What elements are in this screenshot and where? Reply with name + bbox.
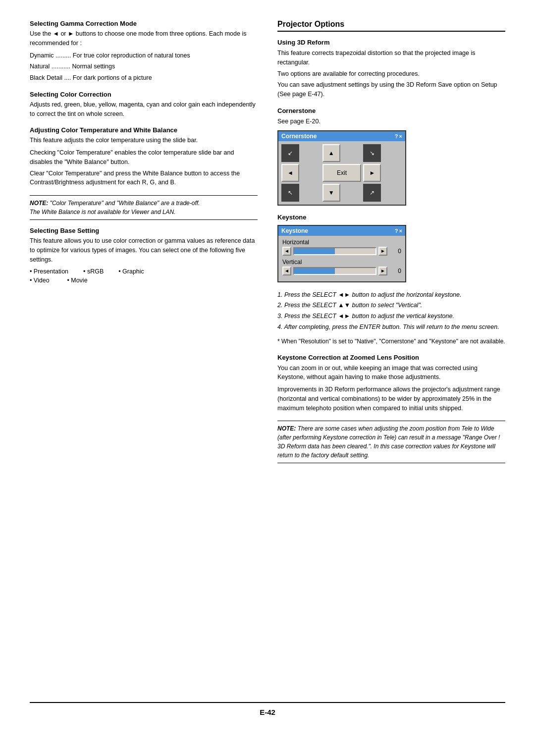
cornerstone-right-btn[interactable]: ►: [363, 164, 381, 182]
color-correction-p1: Adjusts red, green, blue, yellow, magent…: [30, 100, 258, 119]
cornerstone-close-icon[interactable]: ×: [399, 133, 402, 139]
note1-text: NOTE: "Color Temperature" and "White Bal…: [30, 199, 258, 216]
base-setting-heading: Selecting Base Setting: [30, 227, 258, 234]
keystone-horizontal-track[interactable]: [293, 247, 376, 255]
note1-bold: NOTE:: [30, 200, 48, 207]
keystone-help-icon[interactable]: ?: [395, 228, 398, 234]
note3-content: There are some cases when adjusting the …: [277, 425, 500, 459]
base-setting-p1: This feature allows you to use color cor…: [30, 236, 258, 264]
cornerstone-top-btn[interactable]: ▲: [322, 144, 340, 162]
note1-content: "Color Temperature" and "White Balance" …: [30, 200, 200, 216]
cornerstone-topleft-btn[interactable]: ↙: [281, 144, 299, 162]
keystone-correction-section: Keystone Correction at Zoomed Lens Posit…: [277, 354, 505, 413]
page-number: E-42: [30, 702, 505, 716]
color-temp-section: Adjusting Color Temperature and White Ba…: [30, 126, 258, 187]
color-temp-heading: Adjusting Color Temperature and White Ba…: [30, 126, 258, 134]
keystone-horizontal-fill: [294, 248, 335, 254]
note3-bold: NOTE:: [277, 425, 296, 432]
cornerstone-dialog-title: Cornerstone: [281, 133, 317, 140]
note2-text: * When "Resolution" is set to "Native", …: [277, 337, 505, 346]
bullet-movie-text: • Movie: [67, 277, 87, 284]
keystone-horizontal-row: ◄ ► 0: [282, 247, 401, 256]
step-4: 4. After completing, press the ENTER but…: [277, 323, 505, 332]
base-setting-section: Selecting Base Setting This feature allo…: [30, 227, 258, 284]
cornerstone-titlebar: Cornerstone ? ×: [278, 131, 405, 141]
keystone-vertical-label: Vertical: [282, 259, 401, 266]
keystone-dialog-icons: ? ×: [395, 228, 402, 234]
bullet-presentation: • Presentation: [30, 268, 68, 275]
color-temp-p3: Clear "Color Temperature" and press the …: [30, 169, 258, 188]
note3-text: NOTE: There are some cases when adjustin…: [277, 424, 505, 460]
note1-box: NOTE: "Color Temperature" and "White Bal…: [30, 195, 258, 220]
bullet-list: • Presentation • sRGB • Graphic • Video …: [30, 268, 258, 284]
bullet-srgb: • sRGB: [83, 268, 104, 275]
gamma-p2: Dynamic ......... For true color reprodu…: [30, 51, 258, 60]
gamma-p1: Use the ◄ or ► buttons to choose one mod…: [30, 29, 258, 48]
bullet-video: • Video • Movie: [30, 277, 258, 284]
step-3: 3. Press the SELECT ◄► button to adjust …: [277, 312, 505, 321]
bullet-presentation-text: • Presentation: [30, 268, 68, 275]
gamma-p4: Black Detail .... For dark portions of a…: [30, 73, 258, 83]
left-column: Selecting Gamma Correction Mode Use the …: [30, 20, 258, 687]
gamma-section: Selecting Gamma Correction Mode Use the …: [30, 20, 258, 83]
keystone-horizontal-left-arrow[interactable]: ◄: [282, 247, 291, 256]
projector-options-title: Projector Options: [277, 20, 505, 32]
keystone-titlebar: Keystone ? ×: [278, 226, 405, 236]
step-1: 1. Press the SELECT ◄► button to adjust …: [277, 290, 505, 300]
cornerstone-help-icon[interactable]: ?: [395, 133, 398, 139]
cornerstone-section: Cornerstone See page E-20. Cornerstone ?…: [277, 107, 505, 206]
bullet-srgb-text: • sRGB: [83, 268, 104, 275]
3d-reform-p2: Two options are available for correcting…: [277, 69, 505, 79]
cornerstone-dialog-body: ↙ ▲ ↘ ◄ Exit ► ↖ ▼ ↗: [278, 141, 405, 205]
two-column-layout: Selecting Gamma Correction Mode Use the …: [30, 20, 505, 687]
keystone-vertical-row: ◄ ► 0: [282, 267, 401, 275]
3d-reform-p3: You can save adjustment settings by usin…: [277, 80, 505, 99]
cornerstone-bottom-btn[interactable]: ▼: [322, 184, 340, 202]
color-correction-heading: Selecting Color Correction: [30, 91, 258, 98]
bullet-graphic: • Graphic: [118, 268, 144, 275]
keystone-vertical-fill: [294, 268, 335, 274]
keystone-steps: 1. Press the SELECT ◄► button to adjust …: [277, 290, 505, 332]
cornerstone-dialog: Cornerstone ? × ↙ ▲ ↘ ◄ Exit: [277, 130, 406, 206]
keystone-dialog: Keystone ? × Horizontal ◄: [277, 225, 406, 282]
note2-block: * When "Resolution" is set to "Native", …: [277, 337, 505, 346]
note3-box: NOTE: There are some cases when adjustin…: [277, 421, 505, 463]
cornerstone-left-btn[interactable]: ◄: [281, 164, 299, 182]
cornerstone-exit-btn[interactable]: Exit: [322, 164, 362, 182]
cornerstone-bottomleft-btn[interactable]: ↖: [281, 184, 299, 202]
3d-reform-section: Using 3D Reform This feature corrects tr…: [277, 39, 505, 99]
bullet-graphic-text: • Graphic: [118, 268, 144, 275]
keystone-vertical-value: 0: [389, 268, 401, 274]
cornerstone-see-page: See page E-20.: [277, 117, 505, 126]
page: Selecting Gamma Correction Mode Use the …: [0, 0, 535, 756]
right-column: Projector Options Using 3D Reform This f…: [277, 20, 505, 687]
color-temp-p1: This feature adjusts the color temperatu…: [30, 136, 258, 145]
cornerstone-dialog-icons: ? ×: [395, 133, 402, 139]
cornerstone-heading: Cornerstone: [277, 107, 505, 114]
keystone-horizontal-right-arrow[interactable]: ►: [378, 247, 387, 256]
keystone-horizontal-label: Horizontal: [282, 239, 401, 246]
step-2: 2. Press the SELECT ▲▼ button to select …: [277, 301, 505, 310]
keystone-section: Keystone Keystone ? × Horizontal: [277, 214, 505, 282]
gamma-heading: Selecting Gamma Correction Mode: [30, 20, 258, 27]
keystone-heading: Keystone: [277, 214, 505, 221]
keystone-vertical-left-arrow[interactable]: ◄: [282, 267, 291, 275]
keystone-body: Horizontal ◄ ► 0 Vertical ◄: [278, 236, 405, 281]
keystone-vertical-right-arrow[interactable]: ►: [378, 267, 387, 275]
keystone-correction-p1: You can zoom in or out, while keeping an…: [277, 364, 505, 382]
keystone-correction-heading: Keystone Correction at Zoomed Lens Posit…: [277, 354, 505, 361]
keystone-close-icon[interactable]: ×: [399, 228, 402, 234]
keystone-correction-p2: Improvements in 3D Reform performance al…: [277, 385, 505, 413]
3d-reform-p1: This feature corrects trapezoidal distor…: [277, 49, 505, 67]
3d-reform-heading: Using 3D Reform: [277, 39, 505, 46]
keystone-horizontal-value: 0: [389, 248, 401, 255]
color-temp-p2: Checking "Color Temperature" enables the…: [30, 148, 258, 167]
keystone-dialog-title: Keystone: [281, 227, 308, 234]
color-correction-section: Selecting Color Correction Adjusts red, …: [30, 91, 258, 119]
bullet-video-text: • Video: [30, 277, 50, 284]
cornerstone-bottomright-btn[interactable]: ↗: [363, 184, 381, 202]
cornerstone-topright-btn[interactable]: ↘: [363, 144, 381, 162]
keystone-vertical-track[interactable]: [293, 267, 376, 275]
gamma-p3: Natural ........... Normal settings: [30, 62, 258, 71]
